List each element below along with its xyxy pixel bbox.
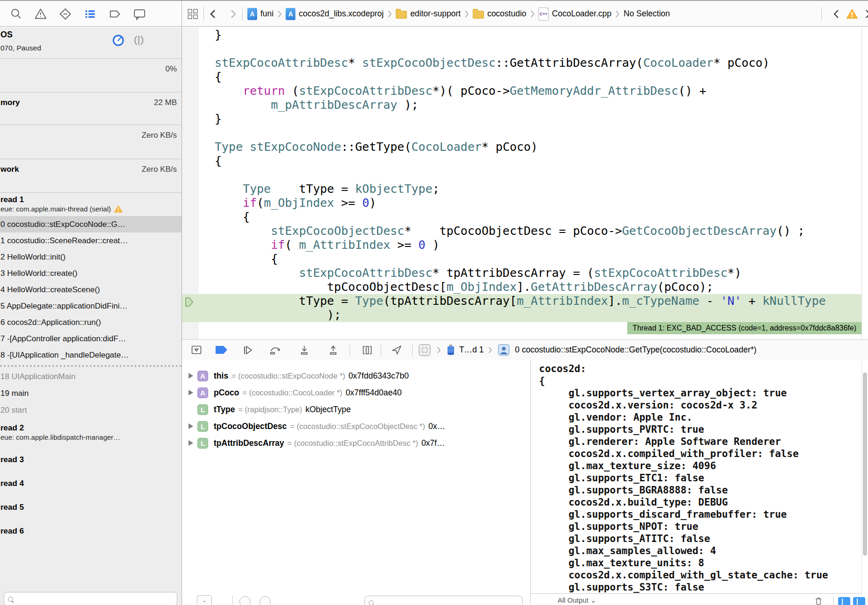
code-line: stExpCocoObjectDesc* tpCocoObjectDesc = … (182, 224, 861, 238)
jump-bar: Afuni Acocos2d_libs.xcodeproj editor-sup… (182, 1, 868, 27)
breadcrumb-xcodeproj[interactable]: Acocos2d_libs.xcodeproj (286, 8, 384, 20)
stack-frame[interactable]: 1 cocostudio::SceneReader::creat… (0, 232, 182, 249)
disclosure-triangle-icon[interactable] (189, 390, 193, 395)
thread-1-header[interactable]: read 1 eue: com.apple.main-thread (seria… (0, 194, 182, 216)
stack-frame[interactable]: 20 start (0, 402, 182, 419)
debug-view-hierarchy-button[interactable] (361, 344, 373, 356)
breakpoints-toggle-button[interactable] (216, 346, 227, 354)
variable-row[interactable]: A pCoco = (cocostudio::CocoLoader *) 0x7… (182, 384, 530, 401)
stack-frame[interactable]: 4 HelloWorld::createScene() (0, 281, 182, 298)
variables-view-mode-popup[interactable]: ⌄ (197, 595, 212, 605)
disk-gauge-row[interactable]: Zero KB/s (0, 125, 182, 159)
thread-spool-icon[interactable] (446, 344, 456, 356)
variable-type: = (cocostudio::CocoLoader *) (242, 388, 342, 397)
stack-frame-person-icon[interactable] (498, 344, 510, 356)
source-editor[interactable]: }stExpCocoAttribDesc* stExpCocoObjectDes… (182, 27, 868, 339)
stack-frame[interactable]: 7 -[AppController application:didF… (0, 331, 182, 347)
navigator-filter-field[interactable] (4, 592, 177, 605)
next-issue-button[interactable] (864, 8, 868, 20)
report-navigator-icon[interactable] (133, 7, 147, 21)
exception-annotation[interactable]: Thread 1: EXC_BAD_ACCESS (code=1, addres… (627, 322, 862, 334)
cpu-gauge-row[interactable]: 0% (0, 59, 182, 92)
variable-row[interactable]: L tType = (rapidjson::Type) kObjectType (182, 401, 530, 418)
clear-console-button[interactable] (814, 596, 823, 605)
instruction-pointer-icon (185, 296, 193, 308)
code-area: }stExpCocoAttribDesc* stExpCocoObjectDes… (182, 28, 861, 322)
code-line: { (182, 154, 861, 168)
variable-row[interactable]: L tpAttribDescArray = (cocostudio::stExp… (182, 435, 530, 451)
debug-navigator-icon[interactable] (83, 7, 97, 21)
stack-frame[interactable]: 3 HelloWorld::create() (0, 265, 182, 281)
stack-frame[interactable]: 8 -[UIApplication _handleDelegate… (0, 347, 182, 363)
app-process-icon[interactable] (418, 344, 431, 357)
console-pane-toggle[interactable] (853, 597, 865, 605)
breadcrumb-folder-cocostudio[interactable]: cocostudio (473, 9, 526, 19)
console-scrollbar-track[interactable] (861, 360, 862, 594)
breadcrumb-selection[interactable]: No Selection (623, 9, 670, 19)
test-navigator-icon[interactable] (58, 7, 72, 21)
stack-frame[interactable]: 5 AppDelegate::applicationDidFini… (0, 298, 182, 314)
window-top-edge (0, 0, 868, 1)
split-view-icon[interactable] (133, 34, 145, 47)
divider (412, 344, 413, 356)
thread-2-header[interactable]: read 2 eue: com.apple.libdispatch-manage… (0, 419, 182, 444)
gauge-icon[interactable] (112, 34, 125, 47)
simulate-location-button[interactable] (391, 344, 403, 356)
chevron-right-icon (530, 10, 535, 18)
breadcrumb-project[interactable]: Afuni (247, 8, 273, 20)
network-gauge-row[interactable]: work Zero KB/s (0, 159, 182, 193)
code-line: Type tType = kObjectType; (182, 182, 861, 196)
stack-frame[interactable]: 6 cocos2d::Application::run() (0, 314, 182, 331)
sidebar-divider[interactable] (182, 0, 182, 605)
process-row[interactable]: OS 070, Paused (0, 27, 182, 59)
thread-6-header[interactable]: read 6 (0, 516, 182, 540)
back-button[interactable] (209, 8, 217, 20)
editor-scrollbar-track[interactable] (861, 27, 862, 339)
stack-frame[interactable]: 19 main (0, 385, 182, 402)
step-out-button[interactable] (327, 344, 339, 356)
console-line: gl.max_texture_size: 4096 (539, 460, 861, 472)
breakpoint-navigator-icon[interactable] (108, 7, 122, 21)
previous-issue-button[interactable] (833, 8, 840, 20)
variable-row[interactable]: L tpCocoObjectDesc = (cocostudio::stExpC… (182, 418, 530, 435)
forward-button[interactable] (229, 8, 238, 20)
code-line: if(m_ObjIndex >= 0) (182, 196, 861, 210)
console-scope-popup[interactable]: All Output ⌄ (558, 596, 596, 605)
stack-frame[interactable]: 0 cocostudio::stExpCocoNode::G… (0, 216, 182, 232)
variables-pane-toggle[interactable] (838, 597, 850, 605)
memory-value: 22 MB (154, 98, 177, 107)
disclosure-triangle-icon[interactable] (189, 440, 193, 446)
code-line: { (182, 70, 861, 84)
console-view[interactable]: cocos2d:{ gl.supports_vertex_array_objec… (530, 360, 868, 605)
filter-scope-button[interactable] (259, 596, 271, 605)
frame-jump-item[interactable]: 0 cocostudio::stExpCocoNode::GetType(coc… (515, 345, 757, 355)
step-over-button[interactable] (269, 344, 281, 356)
find-navigator-icon[interactable] (9, 7, 23, 21)
disclosure-triangle-icon[interactable] (189, 423, 193, 429)
filter-scope-button[interactable] (239, 596, 251, 605)
thread-jump-item[interactable]: T…d 1 (459, 345, 484, 355)
xcode-project-icon: A (247, 8, 257, 20)
breadcrumb-folder-editor-support[interactable]: editor-support (396, 9, 461, 19)
variables-filter-field[interactable] (364, 596, 523, 605)
hide-debug-area-button[interactable] (190, 344, 203, 356)
warning-icon[interactable] (846, 8, 858, 19)
step-into-button[interactable] (298, 344, 310, 356)
issue-navigator-icon[interactable] (34, 7, 48, 21)
collapsed-frames-separator (0, 365, 182, 367)
thread-title: read 2 (0, 423, 182, 433)
continue-button[interactable] (241, 344, 253, 356)
breadcrumb-file[interactable]: C++CocoLoader.cpp (539, 7, 611, 21)
variables-view[interactable]: A this = (cocostudio::stExpCocoNode *) 0… (182, 360, 530, 605)
disclosure-triangle-icon[interactable] (189, 373, 193, 379)
variable-row[interactable]: A this = (cocostudio::stExpCocoNode *) 0… (182, 367, 530, 384)
memory-gauge-row[interactable]: mory 22 MB (0, 92, 182, 125)
stack-frame[interactable]: 18 UIApplicationMain (0, 368, 182, 385)
stack-frame[interactable]: 2 HelloWorld::init() (0, 249, 182, 265)
variable-value: 0x7f… (421, 438, 445, 448)
thread-4-header[interactable]: read 4 (0, 468, 182, 492)
console-scrollbar-thumb[interactable] (863, 373, 867, 556)
related-items-icon[interactable] (187, 8, 199, 20)
thread-5-header[interactable]: read 5 (0, 492, 182, 516)
thread-3-header[interactable]: read 3 (0, 444, 182, 468)
